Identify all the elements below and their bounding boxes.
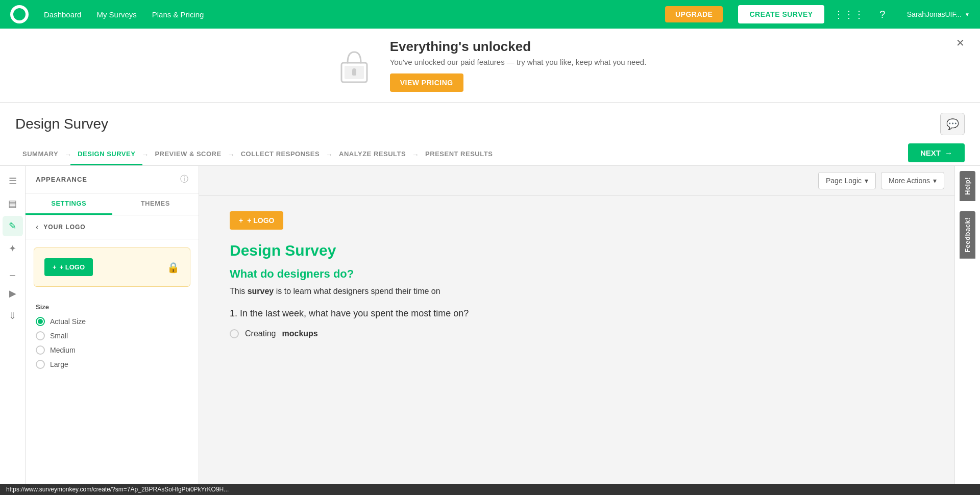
user-name: SarahJonasUIF... [907,10,962,18]
help-icon-button[interactable]: ? [873,5,892,23]
tag-icon: ▶ [9,288,16,299]
radio-medium[interactable] [36,345,45,355]
appearance-header: APPEARANCE ⓘ [26,166,199,193]
logo-add-plus-icon: + [239,216,243,225]
your-logo-header: ‹ YOUR LOGO [26,215,199,239]
main-content: ☰ ▤ ✎ ✦ ⎯ ▶ ⇓ APPEARANCE ⓘ SETTINGS THEM… [0,166,980,495]
chart-icon: ▤ [8,198,17,209]
sidebar-options-icon[interactable]: ⎯ [3,261,23,281]
logo-upload-button[interactable]: + + LOGO [44,258,93,276]
logo-add-button[interactable]: + + LOGO [230,211,283,230]
step-summary[interactable]: SUMMARY [15,144,65,165]
options-icon: ⎯ [10,266,15,277]
survey-description: This survey is to learn what designers s… [230,287,730,296]
survey-question-title: What do designers do? [230,267,730,281]
help-question-icon[interactable]: ⓘ [180,174,188,185]
answer-1-pre: Creating [245,329,276,338]
survey-desc-post: is to learn what designers spend their t… [274,287,440,295]
next-button[interactable]: NEXT → [908,143,965,162]
size-option-medium[interactable]: Medium [36,345,188,355]
plus-icon: + [53,263,57,271]
answer-radio-1 [230,329,239,338]
user-menu[interactable]: SarahJonasUIF... ▼ [907,10,970,18]
next-label: NEXT [920,148,941,157]
size-option-actual[interactable]: Actual Size [36,317,188,326]
step-present-label: PRESENT RESULTS [425,150,493,158]
size-large-label: Large [50,360,68,368]
more-actions-dropdown-icon: ▾ [933,177,937,185]
lock-illustration [334,45,375,86]
svg-point-3 [352,68,356,72]
step-design-label: DESIGN SURVEY [78,150,135,158]
grid-icon-button[interactable]: ⋮⋮⋮ [840,5,858,23]
top-nav: Dashboard My Surveys Plans & Pricing UPG… [0,0,980,29]
size-option-small[interactable]: Small [36,331,188,340]
appearance-content: ‹ YOUR LOGO + + LOGO 🔒 Size Actual Size [26,215,199,495]
sidebar-pages-icon[interactable]: ☰ [3,171,23,191]
pages-icon: ☰ [9,176,17,187]
sidebar-chart-icon[interactable]: ▤ [3,193,23,214]
right-sidebar: Help! Feedback! [954,166,980,495]
page-logic-dropdown-icon: ▾ [865,177,868,185]
steps-navigation: SUMMARY → DESIGN SURVEY → PREVIEW & SCOR… [15,143,965,165]
appearance-tabs: SETTINGS THEMES [26,193,199,215]
page-header: Design Survey 💬 SUMMARY → DESIGN SURVEY … [0,103,980,166]
step-summary-label: SUMMARY [22,150,58,158]
size-section: Size Actual Size Small Medium [26,295,199,382]
nav-dashboard[interactable]: Dashboard [44,10,81,19]
banner-description: You've unlocked our paid features — try … [390,58,647,66]
logic-icon: ✦ [9,243,16,254]
survey-area: Page Logic ▾ More Actions ▾ + + LOGO Des… [199,166,954,495]
size-medium-label: Medium [50,346,76,354]
create-survey-button[interactable]: CREATE SURVEY [738,5,824,23]
appearance-title: APPEARANCE [36,176,87,183]
size-actual-label: Actual Size [50,317,86,326]
radio-actual-size[interactable] [36,317,45,326]
status-bar: https://www.surveymonkey.com/create/?sm=… [0,484,980,495]
banner-close-button[interactable]: ✕ [956,37,965,49]
step-analyze-label: ANALYZE RESULTS [339,150,406,158]
feedback-tab[interactable]: Feedback! [960,211,975,259]
sidebar-design-icon[interactable]: ✎ [3,216,23,236]
upgrade-button[interactable]: UPGRADE [665,6,723,22]
page-logic-button[interactable]: Page Logic ▾ [818,172,876,189]
sidebar-tag-icon[interactable]: ▶ [3,283,23,304]
survey-desc-bold: survey [248,287,274,295]
step-collect-responses[interactable]: COLLECT RESPONSES [234,144,327,165]
view-pricing-button[interactable]: VIEW PRICING [390,73,463,92]
tab-themes[interactable]: THEMES [112,193,199,215]
sidebar-download-icon[interactable]: ⇓ [3,306,23,326]
radio-large[interactable] [36,360,45,369]
step-preview-score[interactable]: PREVIEW & SCORE [148,144,228,165]
survey-toolbar: Page Logic ▾ More Actions ▾ [199,166,954,196]
page-title: Design Survey [15,116,108,132]
step-design-survey[interactable]: DESIGN SURVEY [70,144,142,165]
sidebar-logic-icon[interactable]: ✦ [3,238,23,259]
sidebar-icons: ☰ ▤ ✎ ✦ ⎯ ▶ ⇓ [0,166,26,495]
banner-text-block: Everything's unlocked You've unlocked ou… [390,39,647,92]
back-arrow-icon[interactable]: ‹ [36,222,38,232]
survey-desc-pre: This [230,287,248,295]
radio-small[interactable] [36,331,45,340]
logo-upload-area: + + LOGO 🔒 [34,247,190,287]
help-icon: ? [879,9,885,20]
tab-settings[interactable]: SETTINGS [26,193,112,215]
more-actions-button[interactable]: More Actions ▾ [881,172,944,189]
nav-my-surveys[interactable]: My Surveys [96,10,136,19]
chat-icon: 💬 [946,118,959,130]
lock-icon: 🔒 [167,261,180,274]
survey-main-title: Design Survey [230,242,730,259]
nav-plans-pricing[interactable]: Plans & Pricing [152,10,204,19]
appearance-panel: APPEARANCE ⓘ SETTINGS THEMES ‹ YOUR LOGO… [26,166,199,495]
size-small-label: Small [50,332,68,340]
nav-logo[interactable] [10,5,29,23]
help-tab[interactable]: Help! [960,171,975,201]
step-present-results[interactable]: PRESENT RESULTS [418,144,500,165]
next-arrow-icon: → [945,148,952,157]
chat-icon-button[interactable]: 💬 [940,113,965,135]
size-option-large[interactable]: Large [36,360,188,369]
logo-add-label: + LOGO [247,216,274,225]
user-caret-icon: ▼ [965,12,970,17]
step-analyze-results[interactable]: ANALYZE RESULTS [332,144,413,165]
unlock-banner: Everything's unlocked You've unlocked ou… [0,29,980,103]
